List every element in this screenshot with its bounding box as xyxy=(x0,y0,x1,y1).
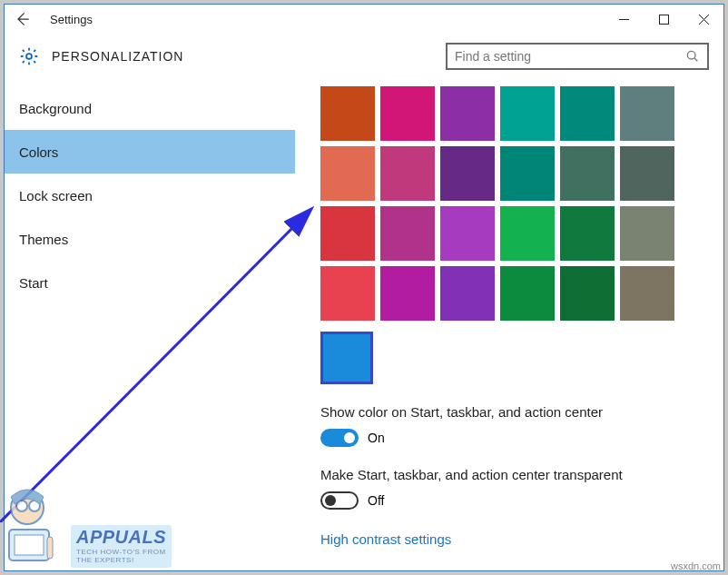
color-swatch[interactable] xyxy=(380,206,435,261)
color-swatch[interactable] xyxy=(440,206,495,261)
sidebar-item-background[interactable]: Background xyxy=(5,86,295,130)
header-left: PERSONALIZATION xyxy=(19,46,183,66)
color-swatches xyxy=(320,86,684,384)
back-button[interactable] xyxy=(10,6,35,32)
window-title: Settings xyxy=(50,13,93,26)
color-swatch[interactable] xyxy=(440,266,495,321)
titlebar: Settings xyxy=(5,5,723,34)
color-swatch[interactable] xyxy=(440,86,495,141)
color-swatch[interactable] xyxy=(380,86,435,141)
color-swatch[interactable] xyxy=(620,206,674,261)
setting-transparent-row: Off xyxy=(320,491,709,510)
setting-transparent-label: Make Start, taskbar, and action center t… xyxy=(320,467,709,482)
svg-rect-0 xyxy=(659,15,668,24)
color-swatch[interactable] xyxy=(320,206,375,261)
maximize-button[interactable] xyxy=(644,5,684,33)
minimize-button[interactable] xyxy=(604,5,644,33)
appuals-tagline-1: TECH HOW-TO'S FROM xyxy=(76,548,166,556)
svg-rect-9 xyxy=(47,537,53,559)
header: PERSONALIZATION Find a setting xyxy=(5,34,723,86)
content: Show color on Start, taskbar, and action… xyxy=(295,86,723,570)
color-swatch[interactable] xyxy=(560,86,615,141)
svg-point-2 xyxy=(687,51,695,59)
color-swatch[interactable] xyxy=(620,86,674,141)
sidebar-item-themes[interactable]: Themes xyxy=(5,217,295,261)
toggle-show-color-state: On xyxy=(368,431,385,445)
color-swatch[interactable] xyxy=(500,266,555,321)
color-swatch[interactable] xyxy=(380,146,435,201)
sidebar-item-colors[interactable]: Colors xyxy=(5,130,295,173)
color-swatch[interactable] xyxy=(500,86,555,141)
color-swatch[interactable] xyxy=(560,206,615,261)
watermark: wsxdn.com xyxy=(671,560,721,571)
setting-show-color-label: Show color on Start, taskbar, and action… xyxy=(320,404,709,420)
setting-show-color-row: On xyxy=(320,429,709,447)
color-swatch[interactable] xyxy=(380,266,435,321)
color-swatch[interactable] xyxy=(320,266,375,321)
color-swatch[interactable] xyxy=(560,266,615,321)
toggle-transparent-state: Off xyxy=(368,493,384,508)
titlebar-left: Settings xyxy=(10,6,93,32)
svg-rect-5 xyxy=(15,535,44,555)
sidebar-item-start[interactable]: Start xyxy=(5,261,295,304)
toggle-show-color[interactable] xyxy=(320,429,359,447)
window-controls xyxy=(604,5,723,33)
search-icon xyxy=(685,49,700,64)
appuals-tagline-2: THE EXPERTS! xyxy=(76,556,134,564)
appuals-mascot-icon xyxy=(0,484,67,568)
search-placeholder: Find a setting xyxy=(455,49,531,64)
color-swatch[interactable] xyxy=(560,146,615,201)
appuals-badge: APPUALS TECH HOW-TO'S FROM THE EXPERTS! xyxy=(0,484,172,568)
search-input[interactable]: Find a setting xyxy=(446,43,709,70)
svg-point-1 xyxy=(26,54,32,59)
gear-icon xyxy=(19,46,39,66)
sidebar-item-lock-screen[interactable]: Lock screen xyxy=(5,173,295,217)
close-button[interactable] xyxy=(684,5,723,33)
color-swatch[interactable] xyxy=(500,206,555,261)
high-contrast-link[interactable]: High contrast settings xyxy=(320,531,709,547)
page-heading: PERSONALIZATION xyxy=(52,49,183,64)
color-swatch[interactable] xyxy=(620,146,674,201)
appuals-name: APPUALS xyxy=(76,527,166,548)
color-swatch[interactable] xyxy=(620,266,674,321)
toggle-transparent[interactable] xyxy=(320,491,359,510)
color-swatch[interactable] xyxy=(440,146,495,201)
color-swatch[interactable] xyxy=(320,146,375,201)
svg-point-7 xyxy=(16,501,27,511)
color-swatch-selected[interactable] xyxy=(320,332,373,384)
color-swatch[interactable] xyxy=(320,86,375,141)
appuals-tag: APPUALS TECH HOW-TO'S FROM THE EXPERTS! xyxy=(71,525,172,568)
color-swatch[interactable] xyxy=(500,146,555,201)
